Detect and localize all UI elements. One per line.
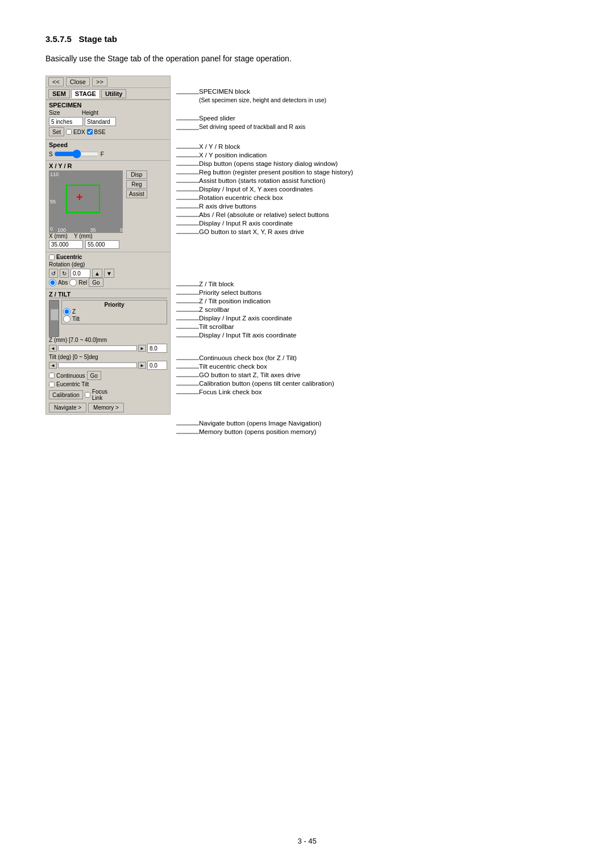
size-input[interactable] [49,117,83,126]
z-radio-group: Z [63,308,165,315]
tilt-range: [0 ~ 5]deg [73,354,98,360]
speed-control-row: S F [49,149,167,158]
ann-display-xy: Display / Input of X, Y axes coordinates [199,186,313,193]
z-scroll-left[interactable]: ◄ [49,345,57,352]
page: 3.5.7.5 Stage tab Basically use the Stag… [0,0,614,868]
ann-reg-btn: Reg button (register present position to… [199,169,353,176]
ann-xyr-block-text: X / Y / R block [199,143,240,150]
ann-display-r: Display / Input R axis coordinate [199,220,293,227]
x-coord-input[interactable] [49,240,83,249]
tab-utility[interactable]: Utility [101,89,127,98]
y-axis: 110 55 0 [50,170,59,233]
speed-s-label: S [49,151,53,157]
set-button[interactable]: Set [49,127,64,136]
rot-up-button[interactable]: ▲ [92,269,102,278]
ann-memory: Memory button (opens position memory) [199,428,316,435]
ann-xy-pos-text: X / Y position indication [199,152,267,158]
ann-r-axis: R axis drive buttons [199,203,256,210]
ann-navigate-text: Navigate button (opens Image Navigation) [199,420,321,427]
x-axis: 100 35 0 [57,227,123,233]
ann-continuous: Continuous check box (for Z / Tilt) [199,354,297,361]
assist-button[interactable]: Assist [126,190,147,198]
tilt-scrollbar-track[interactable] [58,362,137,368]
tilt-value-input[interactable] [147,361,167,370]
tab-sem[interactable]: SEM [48,89,70,98]
rel-radio-group: Rel [69,279,87,286]
ann-tilt-eucentric-text: Tilt eucentric check box [199,363,267,370]
eucentric-go-button[interactable]: Go [89,278,103,287]
ann-speed-desc: Set driving speed of trackball and R axi… [199,123,305,130]
z-priority-radio[interactable] [63,308,70,315]
focus-link-label: Focus Link [92,389,107,401]
focus-link-checkbox[interactable] [85,392,90,398]
calibration-button[interactable]: Calibration [49,390,83,399]
continuous-checkbox-group: Continuous [49,373,85,379]
ann-tilt-scrollbar: Tilt scrollbar [199,323,234,330]
tilt-unit: (deg) [58,354,71,360]
section-number: 3.5.7.5 [45,34,72,44]
tab-stage[interactable]: STAGE [71,89,100,98]
stage-crosshair: + [76,191,83,204]
close-button[interactable]: Close [66,77,90,86]
z-scroll-right[interactable]: ► [138,345,146,352]
ann-ztilt-block: Z / Tilt block [199,281,234,287]
rel-radio[interactable] [69,279,77,286]
tilt-scroll-right[interactable]: ► [138,362,146,369]
specimen-label: SPECIMEN [49,102,167,108]
eucentric-checkbox[interactable] [49,254,55,260]
ann-display-tilt-text: Display / Input Tilt axis coordinate [199,332,296,339]
rotation-label-row: Rotation (deg) [49,261,167,268]
z-scrollbar-track[interactable] [58,345,137,351]
tilt-scroll-left[interactable]: ◄ [49,362,57,369]
z-value-input[interactable] [147,344,167,353]
ann-abs-rel-text: Abs / Rel (absolute or relative) select … [199,211,329,218]
abs-radio[interactable] [49,279,56,286]
ann-xyr-block: X / Y / R block [199,143,240,150]
speed-section: Speed S F [46,140,170,161]
panel-tabs: SEM STAGE Utility [46,88,170,100]
ztilt-scrollbar-container [49,300,59,337]
ann-tilt-eucentric: Tilt eucentric check box [199,363,267,370]
annotations-container: SPECIMEN block (Set specimen size, heigh… [176,76,569,530]
y-coord-input[interactable] [85,240,119,249]
disp-button[interactable]: Disp [126,170,147,179]
rotation-controls-row: ↺ ↻ ▲ ▼ [49,269,167,278]
ztilt-section: Z / TILT Priority Z [46,289,170,414]
rotation-label: Rotation [49,261,70,268]
reg-button[interactable]: Reg [126,180,147,189]
nav-forward-button[interactable]: >> [92,77,107,86]
ann-specimen-sub-text: (Set specimen size, height and detectors… [199,97,326,103]
nav-back-button[interactable]: << [48,77,64,86]
ann-speed-slider-text: Speed slider [199,115,235,122]
bse-label: BSE [94,129,106,135]
eucentric-tilt-checkbox[interactable] [49,382,55,387]
rot-down-button[interactable]: ▼ [104,269,114,278]
speed-slider[interactable] [54,149,99,158]
memory-button[interactable]: Memory > [88,403,124,412]
ann-display-tilt: Display / Input Tilt axis coordinate [199,332,296,339]
continuous-checkbox[interactable] [49,373,55,378]
ann-display-r-text: Display / Input R axis coordinate [199,220,293,227]
rotation-input[interactable] [70,269,90,278]
tilt-label: Tilt [49,354,56,360]
height-input[interactable] [85,117,116,126]
rot-ccw-button[interactable]: ↺ [49,269,58,278]
ann-navigate: Navigate button (opens Image Navigation) [199,420,321,427]
ztilt-go-button[interactable]: Go [87,371,101,380]
edx-checkbox[interactable] [66,129,72,135]
bse-checkbox[interactable] [87,129,93,135]
z-radio-label: Z [72,308,76,315]
x-coord-label: X (mm) [49,233,72,239]
priority-box: Priority Z Tilt [61,300,167,324]
rot-cw-button[interactable]: ↻ [60,269,69,278]
ann-go-ztilt-text: GO button to start Z, Tilt axes drive [199,372,300,378]
speed-label: Speed [49,141,167,148]
z-label: Z (mm) [49,337,67,343]
tilt-priority-radio[interactable] [63,315,70,323]
ztilt-visual [49,300,59,337]
tilt-scrollbar-row: ◄ ► [49,361,167,370]
specimen-values-row [49,117,167,126]
eucentric-checkbox-row: Eucentric [49,254,167,260]
navigate-button[interactable]: Navigate > [49,403,86,412]
ann-specimen-block-text: SPECIMEN block [199,88,250,95]
